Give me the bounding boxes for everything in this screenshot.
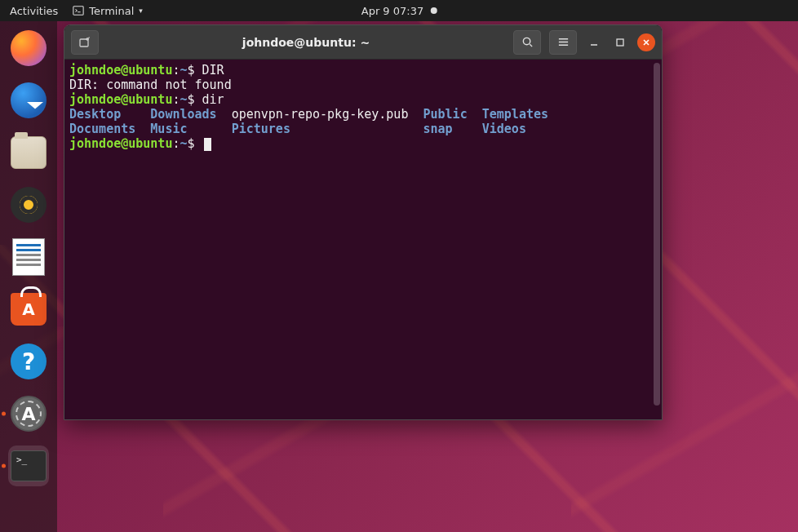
titlebar[interactable]: johndoe@ubuntu: ~: [64, 25, 662, 60]
help-icon: ?: [11, 344, 47, 379]
dock-item-rhythmbox[interactable]: [8, 184, 49, 225]
search-icon: [521, 36, 534, 48]
dock-item-writer[interactable]: [8, 237, 49, 277]
top-bar: Activities Terminal ▾ Apr 9 07:37: [0, 0, 798, 21]
activities-button[interactable]: Activities: [10, 5, 58, 17]
prompt-symbol: $: [188, 136, 195, 151]
dock-item-updater[interactable]: [8, 393, 49, 434]
prompt-path: ~: [180, 136, 187, 151]
maximize-button[interactable]: [611, 33, 629, 51]
minimize-button[interactable]: [585, 33, 603, 51]
dock-item-files[interactable]: [8, 132, 49, 173]
new-tab-icon: [78, 36, 91, 49]
clock[interactable]: Apr 9 07:37: [361, 5, 437, 17]
dir-entry: Music: [150, 122, 187, 136]
terminal-window: johndoe@ubuntu: ~ johndoe@ubuntu:~$ DIR …: [64, 24, 663, 420]
files-icon: [11, 136, 47, 169]
dock-item-thunderbird[interactable]: [8, 80, 49, 121]
terminal-output[interactable]: johndoe@ubuntu:~$ DIR DIR: command not f…: [64, 60, 662, 419]
command-1: DIR: [202, 63, 224, 78]
minimize-icon: [589, 38, 599, 47]
dir-entry: Videos: [482, 122, 526, 136]
dir-entry: Documents: [69, 122, 135, 136]
prompt-user: johndoe@ubuntu: [69, 63, 172, 78]
app-menu[interactable]: Terminal ▾: [73, 5, 142, 17]
close-button[interactable]: [637, 33, 655, 51]
dir-entry: Downloads: [150, 107, 216, 122]
prompt-path: ~: [180, 92, 187, 107]
software-icon: [11, 293, 47, 326]
thunderbird-icon: [11, 82, 47, 118]
search-button[interactable]: [513, 30, 541, 55]
dropdown-triangle-icon: ▾: [139, 7, 143, 15]
dock-item-help[interactable]: ?: [8, 341, 49, 382]
updater-icon: [11, 396, 47, 432]
file-entry: openvpn-repo-pkg-key.pub: [232, 107, 409, 122]
dock-item-terminal[interactable]: [8, 446, 49, 486]
prompt-symbol: $: [188, 63, 195, 78]
dock-item-firefox[interactable]: [8, 28, 49, 69]
hamburger-menu-button[interactable]: [549, 30, 577, 55]
dir-entry: snap: [423, 122, 453, 136]
maximize-icon: [615, 38, 625, 47]
new-tab-button[interactable]: [71, 30, 99, 55]
hamburger-icon: [557, 36, 570, 48]
datetime-label: Apr 9 07:37: [361, 5, 424, 17]
scrollbar[interactable]: [654, 63, 660, 406]
window-title: johndoe@ubuntu: ~: [99, 36, 513, 49]
svg-rect-3: [617, 39, 623, 46]
rhythmbox-icon: [11, 187, 47, 223]
svg-point-2: [523, 38, 530, 44]
terminal-icon: [11, 450, 47, 481]
app-menu-label: Terminal: [89, 5, 134, 17]
prompt-path: ~: [180, 63, 187, 78]
error-line: DIR: command not found: [69, 78, 232, 92]
dir-entry: Public: [423, 107, 468, 122]
writer-icon: [12, 238, 45, 276]
cursor: [204, 138, 211, 151]
notification-dot-icon: [430, 7, 437, 14]
dir-entry: Pictures: [232, 122, 290, 136]
prompt-user: johndoe@ubuntu: [69, 136, 172, 151]
dir-entry: Desktop: [69, 107, 121, 122]
firefox-icon: [11, 30, 47, 66]
close-icon: [642, 38, 650, 47]
prompt-symbol: $: [188, 92, 195, 107]
prompt-user: johndoe@ubuntu: [69, 92, 172, 107]
dir-entry: Templates: [482, 107, 548, 122]
command-2: dir: [202, 92, 224, 107]
svg-rect-0: [73, 7, 83, 16]
dock: ?: [0, 21, 57, 532]
dock-item-software[interactable]: [8, 289, 49, 330]
terminal-small-icon: [73, 5, 84, 16]
